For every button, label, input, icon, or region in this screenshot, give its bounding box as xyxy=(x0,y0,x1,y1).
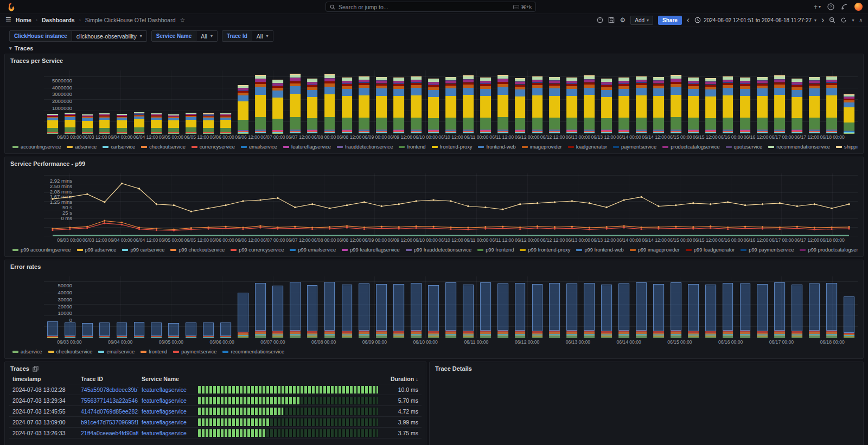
share-button[interactable]: Share xyxy=(658,16,682,25)
legend-item[interactable]: p99 cartservice xyxy=(122,247,164,253)
section-row-traces[interactable]: ▾ Traces xyxy=(4,44,864,54)
cell-trace-id-link[interactable]: b91ce47d753709695f1d... xyxy=(78,419,138,425)
breadcrumb-home[interactable]: Home xyxy=(16,17,31,23)
legend-item[interactable]: cartservice xyxy=(103,144,135,150)
legend-item[interactable]: emailservice xyxy=(98,349,135,354)
variable-value-trace-id[interactable]: All▾ xyxy=(252,30,273,42)
data-point xyxy=(294,225,296,227)
cell-service-name-link[interactable]: featureflagservice xyxy=(138,408,195,415)
legend-item[interactable]: p99 productcatalogservice xyxy=(800,247,858,253)
refresh-interval-caret-icon[interactable]: ▾ xyxy=(852,18,854,23)
legend-item[interactable]: p99 currencyservice xyxy=(231,247,284,253)
cell-service-name-link[interactable]: featureflagservice xyxy=(138,386,195,393)
panel-links-icon[interactable] xyxy=(33,366,39,372)
favorite-star-icon[interactable]: ☆ xyxy=(180,17,186,24)
legend-item[interactable]: checkoutservice xyxy=(48,349,93,354)
refresh-icon[interactable] xyxy=(840,17,847,23)
stacked-bar xyxy=(618,283,629,338)
bar-segment-recommendationservice xyxy=(757,284,768,331)
legend-item[interactable]: currencyservice xyxy=(192,144,235,150)
avatar[interactable] xyxy=(854,3,863,11)
header-duration[interactable]: Duration ↓ xyxy=(381,376,422,382)
cell-service-name-link[interactable]: featureflagservice xyxy=(138,430,195,436)
panel-title[interactable]: Service Performance - p99 xyxy=(5,157,863,168)
breadcrumb-dashboard-name[interactable]: Simple ClickHouse OTel Dashboard xyxy=(85,17,176,23)
variable-value-clickhouse-instance[interactable]: clickhouse-observability▾ xyxy=(72,30,147,42)
legend-item[interactable]: frontend xyxy=(399,144,425,150)
keyboard-shortcut-chip: ⌘+k xyxy=(513,4,532,10)
legend-item[interactable]: p99 frontend-web xyxy=(576,247,623,253)
legend-item[interactable]: p99 frauddetectionservice xyxy=(406,247,471,253)
header-service-name[interactable]: Service Name xyxy=(138,376,195,382)
legend-item[interactable]: paymentservice xyxy=(173,349,216,354)
service-performance-chart[interactable]: 0 ms25 s50 s1.25 mins1.67 mins2.08 mins2… xyxy=(5,168,863,256)
time-shift-back-icon[interactable]: ‹ xyxy=(687,15,690,25)
legend-item[interactable]: frauddetectionservice xyxy=(337,144,393,150)
legend-item[interactable]: p99 frontend-proxy xyxy=(520,247,570,253)
help-icon[interactable]: ? xyxy=(827,3,834,10)
save-icon[interactable] xyxy=(608,17,615,23)
cell-trace-id-link[interactable]: 75563771413a22a54618... xyxy=(78,397,138,404)
stacked-bar xyxy=(792,79,802,134)
add-new-button[interactable]: +▾ xyxy=(814,3,821,11)
header-trace-id[interactable]: Trace ID xyxy=(78,376,138,382)
panel-title[interactable]: Traces xyxy=(5,362,426,373)
settings-gear-icon[interactable]: ⚙ xyxy=(620,16,626,24)
cell-trace-id-link[interactable]: 21ff4a0ceeaeb4fd90af0... xyxy=(78,430,138,436)
time-shift-forward-icon[interactable]: › xyxy=(821,15,824,25)
legend-item[interactable]: p99 imageprovider xyxy=(630,247,680,253)
insights-icon[interactable] xyxy=(597,17,603,23)
variable-label-clickhouse-instance[interactable]: ClickHouse instance xyxy=(9,30,72,42)
legend-item[interactable]: p99 paymentservice xyxy=(741,247,794,253)
legend-item[interactable]: featureflagservice xyxy=(283,144,331,150)
variable-label-trace-id[interactable]: Trace Id xyxy=(222,30,252,42)
search-input[interactable]: Search or jump to... ⌘+k xyxy=(326,2,536,12)
legend-item[interactable]: p99 adservice xyxy=(77,247,117,253)
collapse-toolbar-icon[interactable]: ∧ xyxy=(859,17,863,23)
news-icon[interactable] xyxy=(841,3,848,10)
grafana-logo-icon[interactable] xyxy=(7,2,16,12)
legend-item[interactable]: quoteservice xyxy=(726,144,763,150)
legend-item[interactable]: p99 accountingservice xyxy=(12,247,71,253)
legend-item[interactable]: p99 featureflagservice xyxy=(342,247,399,253)
legend-item[interactable]: shippingservice xyxy=(836,144,858,150)
legend-item[interactable]: emailservice xyxy=(241,144,277,150)
data-point xyxy=(398,226,400,228)
cell-service-name-link[interactable]: featureflagservice xyxy=(138,419,195,425)
legend-item[interactable]: recommendationservice xyxy=(222,349,284,354)
legend-item[interactable]: loadgenerator xyxy=(568,144,607,150)
breadcrumb-dashboards[interactable]: Dashboards xyxy=(42,17,75,23)
legend-item[interactable]: frontend-proxy xyxy=(432,144,473,150)
cell-trace-id-link[interactable]: 41474d0769d85ee2828... xyxy=(78,408,138,415)
traces-per-service-chart[interactable]: 010000002000000300000040000005000000 06/… xyxy=(5,65,863,153)
panel-title[interactable]: Trace Details xyxy=(430,362,863,373)
legend-item[interactable]: paymentservice xyxy=(613,144,656,150)
legend-item[interactable]: imageprovider xyxy=(522,144,562,150)
legend-item[interactable]: accountingservice xyxy=(12,144,61,150)
legend-item[interactable]: productcatalogservice xyxy=(662,144,719,150)
legend-color-icon xyxy=(141,351,146,353)
zoom-out-icon[interactable] xyxy=(829,17,835,23)
panel-title[interactable]: Traces per Service xyxy=(5,54,863,65)
legend-item[interactable]: adservice xyxy=(12,349,42,354)
menu-icon[interactable]: ☰ xyxy=(5,16,11,24)
legend-item[interactable]: p99 emailservice xyxy=(290,247,336,253)
add-button[interactable]: Add▾ xyxy=(630,16,653,25)
legend-item[interactable]: recommendationservice xyxy=(768,144,830,150)
bar-segment-accountingservice xyxy=(688,133,699,133)
header-timestamp[interactable]: timestamp xyxy=(9,376,78,382)
variable-label-service-name[interactable]: Service Name xyxy=(151,30,197,42)
legend-item[interactable]: frontend-web xyxy=(478,144,515,150)
panel-title[interactable]: Error rates xyxy=(5,260,863,271)
legend-item[interactable]: frontend xyxy=(141,349,167,354)
legend-item[interactable]: p99 loadgenerator xyxy=(686,247,735,253)
legend-item[interactable]: checkoutservice xyxy=(141,144,186,150)
error-rates-chart[interactable]: 01000020000300004000050000 06/03 00:0006… xyxy=(5,271,863,358)
legend-item[interactable]: p99 frontend xyxy=(477,247,514,253)
time-range-picker[interactable]: 2024-06-02 12:01:51 to 2024-06-18 11:27:… xyxy=(694,17,816,23)
legend-item[interactable]: adservice xyxy=(67,144,97,150)
variable-value-service-name[interactable]: All▾ xyxy=(196,30,218,42)
legend-item[interactable]: p99 checkoutservice xyxy=(170,247,225,253)
cell-trace-id-link[interactable]: 745a59078cbdeec39b7... xyxy=(78,386,138,393)
cell-service-name-link[interactable]: featureflagservice xyxy=(138,397,195,404)
